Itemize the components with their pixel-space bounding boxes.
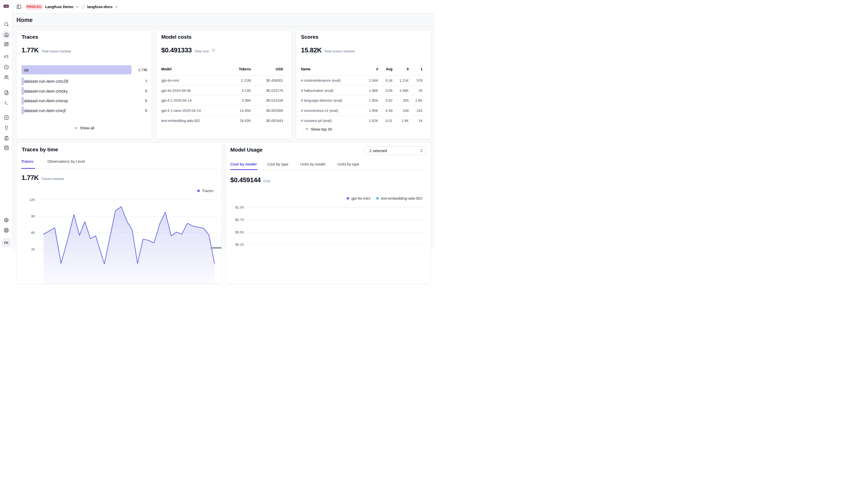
sidebar-item-home[interactable] bbox=[0, 33, 13, 37]
bar-row-dataset-run-item-cmcvp[interactable]: dataset-run-item-cmcvp5 bbox=[22, 97, 131, 105]
table-cell: 3.13K bbox=[221, 88, 251, 93]
table-cell: 2.21M bbox=[221, 78, 251, 83]
chevron-down-icon bbox=[115, 5, 118, 9]
table-cell: 355 bbox=[392, 98, 409, 102]
bar-row-dataset-run-item-cmcjf[interactable]: dataset-run-item-cmcjf5 bbox=[22, 107, 131, 114]
tab-cost-by-type[interactable]: Cost by type bbox=[267, 162, 288, 166]
user-avatar[interactable]: FK bbox=[2, 239, 11, 247]
model-usage-chart: $1.00$0.75$0.50$0.25 bbox=[230, 196, 427, 250]
sidebar-item-sessions[interactable] bbox=[0, 65, 13, 70]
table-cell: 3.38K bbox=[221, 98, 251, 102]
column-header: Tokens bbox=[221, 66, 251, 75]
horizontal-scrollbar-thumb[interactable] bbox=[211, 247, 222, 249]
mu-metric-value: $0.459144 bbox=[230, 176, 261, 184]
sidebar-item-annotation[interactable] bbox=[0, 136, 13, 141]
column-header: Name bbox=[301, 66, 358, 75]
table-row: # hallucination (eval)1.96K0.051.58K25 bbox=[301, 86, 426, 96]
table-cell: gpt-4o-2024-08-06 bbox=[161, 88, 221, 93]
table-header: Name#Avg01 bbox=[301, 64, 426, 76]
sidebar-item-users[interactable] bbox=[0, 75, 13, 80]
sidebar-item-search[interactable] bbox=[0, 22, 13, 27]
column-header: USD bbox=[251, 66, 286, 75]
bar-fill bbox=[22, 107, 24, 114]
table-cell: 14.45K bbox=[221, 109, 251, 113]
sidebar-item-settings[interactable] bbox=[0, 218, 13, 223]
y-axis-tick: $0.75 bbox=[230, 218, 244, 221]
sidebar-toggle-button[interactable] bbox=[16, 0, 22, 13]
model-costs-metric-label: Total cost bbox=[194, 49, 209, 53]
project-breadcrumb[interactable]: langfuse-docs bbox=[87, 0, 118, 13]
tabs-track bbox=[230, 170, 427, 170]
bar-label: dataset-run-item-cmcvp bbox=[24, 98, 68, 103]
breadcrumb-separator bbox=[81, 0, 85, 13]
show-top-20-label: Show top 20 bbox=[311, 127, 332, 131]
tab-cost-by-model[interactable]: Cost by model bbox=[230, 162, 257, 166]
bar-value: 5 bbox=[133, 109, 147, 113]
tab-active-indicator bbox=[21, 168, 35, 169]
tbt-metric-label: Traces tracked bbox=[41, 177, 64, 181]
y-axis-tick: $0.50 bbox=[230, 230, 244, 234]
sidebar-item-tracing[interactable] bbox=[0, 54, 13, 59]
model-select-value: 2 selected bbox=[370, 148, 387, 153]
sidebar: FK bbox=[0, 0, 13, 250]
bar-label: dataset-run-item-cmc29 bbox=[24, 79, 68, 84]
sidebar-item-lightbulb[interactable] bbox=[0, 125, 13, 130]
sidebar-item-prompts[interactable] bbox=[0, 90, 13, 95]
tab-traces[interactable]: Traces bbox=[21, 159, 33, 163]
table-cell: 0.48 bbox=[378, 109, 393, 113]
chevron-down-icon bbox=[74, 126, 78, 130]
bar-row-qa[interactable]: qa1,736 bbox=[22, 65, 131, 74]
chevrons-up-down-icon bbox=[419, 149, 423, 153]
table-cell: $0.002843 bbox=[251, 119, 286, 123]
sidebar-item-support[interactable] bbox=[0, 228, 13, 233]
page-header: Home bbox=[13, 13, 434, 27]
y-axis-tick: 30 bbox=[22, 247, 35, 250]
org-name[interactable]: Langfuse Demo bbox=[45, 4, 73, 9]
bar-label: qa bbox=[24, 68, 28, 72]
langfuse-logo[interactable] bbox=[3, 3, 9, 9]
table-row: # contains-pii (eval)1.92K0.011.9K14 bbox=[301, 115, 426, 126]
tab-active-indicator bbox=[230, 169, 258, 170]
org-breadcrumb[interactable]: Langfuse Demo bbox=[45, 0, 79, 13]
table-cell: $0.015175 bbox=[251, 88, 286, 93]
project-name[interactable]: langfuse-docs bbox=[87, 4, 112, 9]
sidebar-item-evaluation[interactable] bbox=[0, 115, 13, 120]
table-cell: # conciseness-v1 (eval) bbox=[301, 109, 358, 113]
bar-row-dataset-run-item-cmc29[interactable]: dataset-run-item-cmc297 bbox=[22, 77, 131, 85]
table-cell: # hallucination (eval) bbox=[301, 88, 358, 93]
table-cell: # contains-pii (eval) bbox=[301, 119, 358, 123]
bar-value: 5 bbox=[133, 99, 147, 103]
table-cell: 25 bbox=[409, 88, 426, 93]
tab-units-by-type[interactable]: Units by type bbox=[337, 162, 359, 166]
mu-metric-label: Cost bbox=[263, 179, 271, 183]
model-select[interactable]: 2 selected bbox=[364, 146, 426, 155]
bar-row-dataset-run-item-cmcky[interactable]: dataset-run-item-cmcky5 bbox=[22, 87, 131, 95]
table-cell: gpt-4.1-nano-2025-04-14 bbox=[161, 109, 221, 113]
table-cell: 240 bbox=[392, 109, 409, 113]
sidebar-item-dashboard[interactable] bbox=[0, 42, 13, 47]
legend-label-traces: Traces bbox=[202, 188, 213, 193]
sidebar-item-datasets[interactable] bbox=[0, 146, 13, 150]
chevron-down-icon bbox=[75, 5, 79, 9]
info-icon[interactable] bbox=[212, 49, 215, 52]
show-all-button[interactable]: Show all bbox=[16, 126, 152, 130]
gridline bbox=[247, 244, 427, 245]
scores-card: Scores 15.82K Total scores tracked Name#… bbox=[296, 30, 431, 139]
traces-bar-list: qa1,736dataset-run-item-cmc297dataset-ru… bbox=[22, 65, 147, 114]
table-row: gpt-4.1-2025-04-143.38K$0.014108 bbox=[161, 96, 286, 106]
table-row: gpt-4o-2024-08-063.13K$0.015175 bbox=[161, 86, 286, 96]
show-all-label: Show all bbox=[80, 126, 94, 130]
show-top-20-button[interactable]: Show top 20 bbox=[305, 124, 332, 134]
table-header: ModelTokensUSD bbox=[161, 64, 286, 76]
column-header: 1 bbox=[409, 66, 426, 75]
table-cell: 1.9K bbox=[392, 119, 409, 123]
table-cell: text-embedding-ada-002 bbox=[161, 119, 221, 123]
tab-observations-by-level[interactable]: Observations by Level bbox=[47, 159, 85, 163]
table-cell: 14 bbox=[409, 119, 426, 123]
bar-value: 1,736 bbox=[133, 68, 147, 72]
traces-card-title: Traces bbox=[22, 34, 38, 40]
table-cell: $0.456301 bbox=[251, 78, 286, 83]
tab-units-by-model[interactable]: Units by model bbox=[300, 162, 325, 166]
sidebar-item-playground[interactable] bbox=[0, 100, 13, 105]
table-row: text-embedding-ada-00228.43K$0.002843 bbox=[161, 115, 286, 126]
